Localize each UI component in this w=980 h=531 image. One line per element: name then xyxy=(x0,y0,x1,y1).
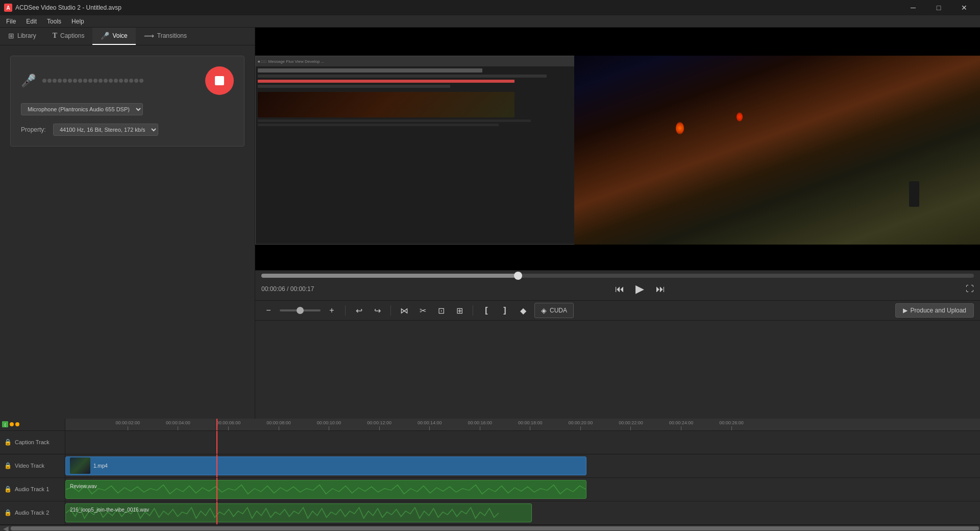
cut-button[interactable]: ✂ xyxy=(415,303,430,318)
step-back-button[interactable]: ⏮ xyxy=(611,281,628,297)
inner-row xyxy=(258,119,531,122)
preview-content: ■ □ □ Message Flux View Develop ... xyxy=(255,56,980,245)
produce-upload-button[interactable]: ▶ Produce and Upload xyxy=(895,303,974,318)
audio2-track-content[interactable]: 216_loop5_join-the-vibe_0016.wav xyxy=(65,501,980,524)
caption-track-content[interactable] xyxy=(65,431,980,454)
paste-button[interactable]: ⊞ xyxy=(452,303,467,318)
menu-help[interactable]: Help xyxy=(67,17,88,26)
play-button[interactable]: ▶ xyxy=(632,281,648,297)
microphone-select[interactable]: Microphone (Plantronics Audio 655 DSP) xyxy=(21,103,143,115)
level-dot xyxy=(119,79,123,83)
titlebar: A ACDSee Video Studio 2 - Untitled.avsp … xyxy=(0,0,980,15)
minimize-button[interactable]: ─ xyxy=(901,0,925,15)
scroll-left-btn[interactable]: ◀ xyxy=(1,524,11,532)
copy-button[interactable]: ⊡ xyxy=(434,303,448,318)
ruler-mark: 00:00:14:00 xyxy=(418,420,442,430)
produce-icon: ▶ xyxy=(903,307,908,314)
mic-controls-row: 🎤 xyxy=(21,66,234,95)
tick xyxy=(429,426,430,430)
track-row-video: 🔒 Video Track 1.mp4 xyxy=(0,454,980,478)
zoom-slider[interactable] xyxy=(280,309,321,311)
zoom-minus-button[interactable]: − xyxy=(261,303,276,318)
tab-captions[interactable]: T Captions xyxy=(44,28,93,45)
preview-black-bottom xyxy=(255,245,980,270)
step-forward-button[interactable]: ⏭ xyxy=(652,281,669,297)
out-point-button[interactable]: ] xyxy=(498,303,512,318)
ruler-label-area: { xyxy=(0,419,65,430)
audio2-track-label: 🔒 Audio Track 2 xyxy=(0,501,65,524)
tick xyxy=(731,426,732,430)
level-meter xyxy=(42,76,199,86)
ruler-time: 00:00:10:00 xyxy=(317,420,341,425)
library-icon: ⊞ xyxy=(8,32,14,40)
record-stop-button[interactable] xyxy=(205,66,234,95)
ruler-time: 00:00:12:00 xyxy=(367,420,391,425)
menu-tools[interactable]: Tools xyxy=(43,17,65,26)
progress-thumb xyxy=(514,272,522,280)
audio-clip-2[interactable]: 216_loop5_join-the-vibe_0016.wav xyxy=(65,503,532,522)
ruler-mark: 00:00:26:00 xyxy=(719,420,744,430)
cuda-button[interactable]: ◈ CUDA xyxy=(534,303,574,318)
ruler-mark: 00:00:24:00 xyxy=(669,420,694,430)
maximize-button[interactable]: □ xyxy=(927,0,950,15)
level-dot xyxy=(78,79,82,83)
fullscreen-button[interactable]: ⛶ xyxy=(966,284,974,294)
audio1-track-content[interactable]: Review.wav xyxy=(65,478,980,501)
ruler-time: 00:00:18:00 xyxy=(518,420,543,425)
undo-button[interactable]: ↩ xyxy=(352,303,366,318)
preview-black-top xyxy=(255,28,980,56)
property-select[interactable]: 44100 Hz, 16 Bit, Stereo, 172 kb/s xyxy=(53,124,158,136)
tab-voice[interactable]: 🎤 Voice xyxy=(92,28,135,45)
app-icon: A xyxy=(4,4,12,12)
waveform-svg xyxy=(66,480,586,498)
scrollbar-track[interactable] xyxy=(11,526,979,530)
tick xyxy=(530,426,530,430)
tab-library[interactable]: ⊞ Library xyxy=(0,28,44,45)
video-track-content[interactable]: 1.mp4 xyxy=(65,454,980,477)
tab-transitions[interactable]: ⟿ Transitions xyxy=(136,28,195,45)
tab-library-label: Library xyxy=(17,32,36,39)
level-dot xyxy=(129,79,133,83)
progress-bar[interactable] xyxy=(261,274,974,278)
audio-clip-label: Review.wav xyxy=(70,484,97,489)
marker-dot2 xyxy=(15,422,19,426)
street-photo xyxy=(574,56,980,245)
level-dot xyxy=(73,79,77,83)
audio-clip-1[interactable]: Review.wav xyxy=(65,480,586,499)
in-marker-btn[interactable]: { xyxy=(2,421,8,427)
tick xyxy=(178,426,178,430)
ruler-mark: 00:00:06:00 xyxy=(216,420,241,430)
titlebar-title: ACDSee Video Studio 2 - Untitled.avsp xyxy=(15,4,121,11)
playback-controls: ⏮ ▶ ⏭ xyxy=(611,281,669,297)
caption-track-name: Caption Track xyxy=(15,439,50,445)
level-dot xyxy=(134,79,138,83)
level-dot xyxy=(99,79,103,83)
menu-file[interactable]: File xyxy=(2,17,20,26)
ruler-time: 00:00:08:00 xyxy=(266,420,291,425)
timeline-ruler: { 00:00:02:00 00:00:04:00 00:00:06:00 00… xyxy=(0,419,980,431)
ruler-mark: 00:00:22:00 xyxy=(619,420,643,430)
level-dot xyxy=(53,79,57,83)
timeline-scrollbar[interactable]: ◀ xyxy=(0,525,980,531)
ruler-time: 00:00:24:00 xyxy=(669,420,694,425)
tab-captions-label: Captions xyxy=(60,32,84,39)
ruler-marks[interactable]: 00:00:02:00 00:00:04:00 00:00:06:00 00:0… xyxy=(65,419,980,430)
tab-transitions-label: Transitions xyxy=(157,32,187,39)
video-clip-1[interactable]: 1.mp4 xyxy=(65,456,586,475)
video-clip-label: 1.mp4 xyxy=(93,463,108,469)
transitions-icon: ⟿ xyxy=(144,32,154,40)
in-point-button[interactable]: [ xyxy=(479,303,494,318)
ruler-time: 00:00:14:00 xyxy=(418,420,442,425)
close-button[interactable]: ✕ xyxy=(952,0,976,15)
ruler-time: 00:00:16:00 xyxy=(468,420,492,425)
progress-fill xyxy=(261,274,518,278)
split-button[interactable]: ⋈ xyxy=(397,303,411,318)
redo-button[interactable]: ↪ xyxy=(370,303,384,318)
stop-icon xyxy=(215,76,224,85)
level-dot xyxy=(42,79,46,83)
zoom-plus-button[interactable]: + xyxy=(325,303,339,318)
ruler-time: 00:00:02:00 xyxy=(116,420,140,425)
marker-button[interactable]: ◆ xyxy=(516,303,530,318)
audio2-track-name: Audio Track 2 xyxy=(15,510,49,516)
menu-edit[interactable]: Edit xyxy=(22,17,41,26)
